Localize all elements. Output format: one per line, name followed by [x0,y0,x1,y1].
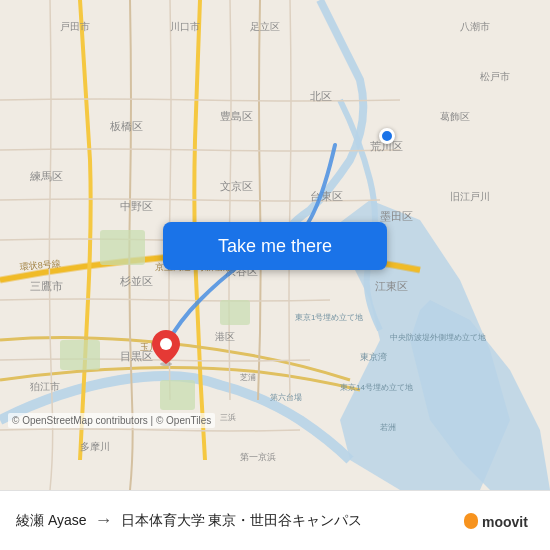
svg-text:第六台場: 第六台場 [270,393,302,402]
destination-marker [152,330,180,366]
svg-text:戸田市: 戸田市 [60,21,90,32]
svg-text:港区: 港区 [215,331,235,342]
svg-text:中野区: 中野区 [120,200,153,212]
svg-text:東京湾: 東京湾 [360,352,387,362]
footer-arrow-icon: → [95,510,113,531]
svg-text:江東区: 江東区 [375,280,408,292]
svg-text:三浜: 三浜 [220,413,236,422]
svg-text:若洲: 若洲 [380,423,396,432]
svg-text:板橋区: 板橋区 [109,120,143,132]
svg-text:東京1号埋め立て地: 東京1号埋め立て地 [295,313,363,322]
svg-text:台東区: 台東区 [310,190,343,202]
svg-text:葛飾区: 葛飾区 [440,111,470,122]
svg-text:豊島区: 豊島区 [220,110,253,122]
svg-text:八潮市: 八潮市 [460,21,490,32]
svg-rect-5 [220,300,250,325]
svg-text:芝浦: 芝浦 [240,373,256,382]
svg-text:文京区: 文京区 [220,180,253,192]
svg-rect-6 [60,340,100,370]
origin-dot [379,128,395,144]
svg-rect-4 [160,380,195,410]
svg-text:旧江戸川: 旧江戸川 [450,191,490,202]
svg-text:練馬区: 練馬区 [29,170,63,182]
svg-text:第一京浜: 第一京浜 [240,452,276,462]
svg-text:東京14号埋め立て地: 東京14号埋め立て地 [340,383,413,392]
svg-point-45 [160,338,172,350]
svg-text:墨田区: 墨田区 [380,210,413,222]
svg-text:多摩川: 多摩川 [80,441,110,452]
svg-text:北区: 北区 [310,90,332,102]
svg-text:足立区: 足立区 [250,21,280,32]
svg-rect-3 [100,230,145,265]
footer-origin-label: 綾瀬 Ayase [16,512,87,530]
footer: 綾瀬 Ayase → 日本体育大学 東京・世田谷キャンパス moovit [0,490,550,550]
svg-text:狛江市: 狛江市 [30,381,60,392]
map-container: 練馬区 板橋区 豊島区 北区 荒川区 中野区 文京区 台東区 墨田区 杉並区 渋… [0,0,550,490]
svg-rect-46 [464,513,478,529]
svg-text:三鷹市: 三鷹市 [30,280,63,292]
svg-text:川口市: 川口市 [170,21,200,32]
map-attribution: © OpenStreetMap contributors | © OpenTil… [8,413,215,428]
moovit-logo: moovit [464,509,534,533]
footer-destination-label: 日本体育大学 東京・世田谷キャンパス [121,512,363,530]
svg-text:中央防波堤外側埋め立て地: 中央防波堤外側埋め立て地 [390,333,486,342]
svg-text:松戸市: 松戸市 [480,71,510,82]
take-me-there-button[interactable]: Take me there [163,222,387,270]
svg-text:杉並区: 杉並区 [119,275,153,287]
svg-text:moovit: moovit [482,514,528,530]
